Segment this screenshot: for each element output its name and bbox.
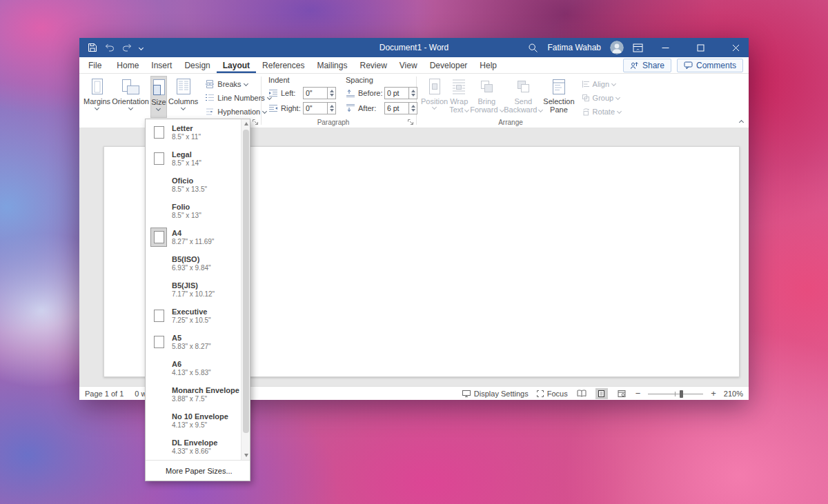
paper-size-option[interactable]: Executive7.25" x 10.5": [146, 303, 250, 329]
tab-mailings[interactable]: Mailings: [310, 57, 353, 73]
zoom-level[interactable]: 210%: [724, 390, 743, 398]
tab-design[interactable]: Design: [178, 57, 216, 73]
paragraph-dialog-launcher-icon[interactable]: [407, 119, 414, 125]
web-layout-icon[interactable]: [615, 388, 628, 399]
user-avatar[interactable]: [610, 41, 624, 54]
spacing-after-input[interactable]: [384, 102, 409, 114]
titlebar: Document1 - Word Fatima Wahab: [79, 38, 749, 57]
paper-size-option-selected[interactable]: A48.27" x 11.69": [146, 224, 250, 250]
indent-right-input[interactable]: [303, 102, 328, 114]
display-settings-button[interactable]: Display Settings: [462, 390, 529, 398]
paper-size-option[interactable]: Oficio8.5" x 13.5": [146, 172, 250, 198]
send-backward-button[interactable]: Send Backward: [504, 76, 542, 118]
user-name[interactable]: Fatima Wahab: [547, 43, 601, 52]
selection-pane-icon: [551, 77, 567, 97]
tab-view[interactable]: View: [393, 57, 424, 73]
focus-button[interactable]: Focus: [536, 390, 568, 398]
redo-icon[interactable]: [122, 43, 132, 52]
tabrow-right: Share Comments: [623, 57, 749, 73]
size-button[interactable]: Size: [150, 76, 167, 118]
tab-file[interactable]: File: [82, 57, 108, 73]
paper-size-option[interactable]: B5(JIS)7.17" x 10.12": [146, 276, 250, 303]
wrap-text-label-1: Wrap: [450, 97, 468, 105]
paper-size-option[interactable]: A55.83" x 8.27": [146, 329, 250, 355]
tab-help[interactable]: Help: [473, 57, 503, 73]
qat-customize-icon[interactable]: [139, 46, 143, 50]
paper-icon-box: [150, 359, 167, 378]
undo-icon[interactable]: [105, 43, 115, 52]
paper-icon-box: [150, 437, 167, 456]
search-icon[interactable]: [528, 43, 538, 53]
tab-references[interactable]: References: [256, 57, 310, 73]
orientation-button[interactable]: Orientation: [112, 76, 149, 118]
paper-size-option[interactable]: DL Envelope4.33" x 8.66": [146, 434, 250, 460]
maximize-button[interactable]: [687, 38, 713, 57]
save-icon[interactable]: [88, 43, 97, 52]
indent-left-input[interactable]: [303, 87, 328, 99]
spacing-before-field: [384, 87, 417, 99]
zoom-in-button[interactable]: +: [711, 388, 716, 399]
paper-size-name: Folio: [172, 203, 201, 211]
paper-icon-box: [150, 306, 167, 325]
rotate-button[interactable]: Rotate: [582, 105, 621, 117]
zoom-out-button[interactable]: −: [635, 388, 641, 399]
ribbon-tab-bar: File Home Insert Design Layout Reference…: [79, 57, 749, 74]
chevron-down-icon: [128, 105, 132, 110]
ribbon-display-options-icon[interactable]: [633, 43, 643, 52]
print-layout-icon[interactable]: [595, 388, 608, 399]
paper-size-name: A5: [172, 334, 211, 342]
paper-size-option[interactable]: Legal8.5" x 14": [146, 145, 250, 172]
bring-forward-button[interactable]: Bring Forward: [470, 76, 503, 118]
paper-size-name: DL Envelope: [172, 439, 217, 447]
selection-pane-button[interactable]: Selection Pane: [543, 76, 574, 118]
paper-icon-box: [150, 228, 167, 247]
paper-size-dims: 3.88" x 7.5": [172, 395, 239, 403]
paper-size-option[interactable]: A64.13" x 5.83": [146, 355, 250, 381]
paper-size-option[interactable]: Letter8.5" x 11": [146, 119, 250, 145]
paper-size-option[interactable]: B5(ISO)6.93" x 9.84": [146, 250, 250, 276]
comments-button[interactable]: Comments: [677, 59, 743, 72]
columns-button[interactable]: Columns: [168, 76, 198, 118]
close-button[interactable]: [722, 38, 749, 57]
chevron-down-icon: [156, 106, 161, 111]
comments-icon: [684, 61, 693, 70]
indent-right-stepper[interactable]: [328, 102, 336, 114]
share-button[interactable]: Share: [623, 59, 671, 72]
focus-icon: [536, 390, 544, 398]
paper-icon-box: [150, 254, 167, 273]
indent-left-icon: [268, 89, 278, 97]
spacing-before-input[interactable]: [384, 87, 409, 99]
paper-size-option[interactable]: Folio8.5" x 13": [146, 198, 250, 224]
dropdown-scrollbar[interactable]: [241, 119, 250, 460]
line-numbers-label: Line Numbers: [217, 94, 264, 102]
send-backward-label-2: Backward: [504, 105, 537, 114]
page-indicator[interactable]: Page 1 of 1: [85, 390, 124, 398]
tab-insert[interactable]: Insert: [145, 57, 178, 73]
tab-developer[interactable]: Developer: [424, 57, 474, 73]
indent-left-label: Left:: [281, 89, 300, 97]
indent-left-stepper[interactable]: [328, 87, 336, 99]
group-button[interactable]: Group: [582, 92, 621, 103]
wrap-text-button[interactable]: Wrap Text: [449, 76, 469, 118]
paper-size-dropdown: Letter8.5" x 11" Legal8.5" x 14" Oficio8…: [145, 119, 250, 481]
indent-right-icon: [268, 104, 278, 112]
scrollbar-thumb[interactable]: [243, 130, 249, 433]
tab-home[interactable]: Home: [110, 57, 145, 73]
margins-button[interactable]: Margins: [83, 76, 110, 118]
page-setup-dialog-launcher-icon[interactable]: [252, 119, 259, 125]
zoom-slider-thumb[interactable]: [680, 390, 683, 398]
chevron-down-icon: [464, 107, 469, 112]
zoom-slider[interactable]: [648, 389, 703, 399]
more-paper-sizes-item[interactable]: More Paper Sizes...: [146, 460, 250, 481]
position-button[interactable]: Position: [421, 76, 448, 118]
tab-review[interactable]: Review: [353, 57, 393, 73]
collapse-ribbon-icon[interactable]: [740, 121, 743, 124]
tab-layout[interactable]: Layout: [217, 57, 256, 73]
paper-size-option[interactable]: Monarch Envelope3.88" x 7.5": [146, 381, 250, 407]
align-button[interactable]: Align: [582, 78, 621, 90]
scroll-down-icon[interactable]: [241, 451, 250, 460]
read-mode-icon[interactable]: [575, 388, 588, 399]
minimize-button[interactable]: [652, 38, 678, 57]
scroll-up-icon[interactable]: [241, 119, 250, 128]
paper-size-option[interactable]: No 10 Envelope4.13" x 9.5": [146, 407, 250, 434]
